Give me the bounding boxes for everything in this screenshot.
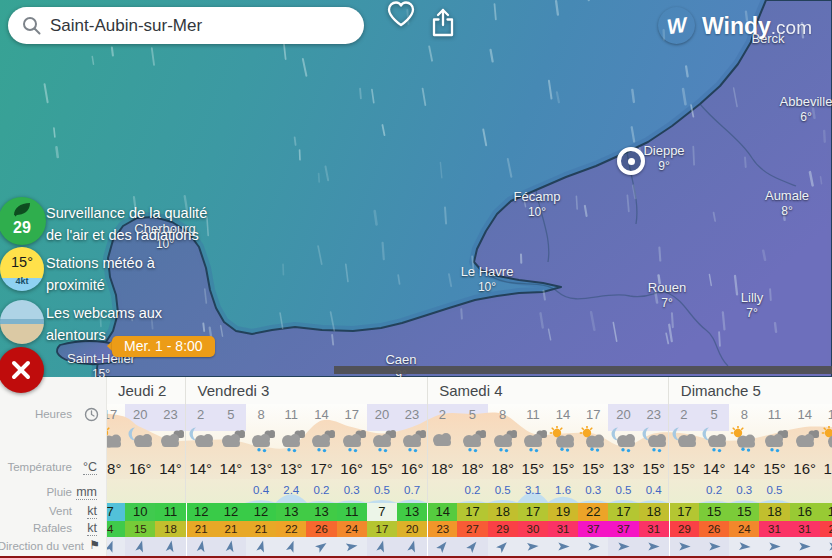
hour-cell[interactable]: 14 <box>548 404 578 425</box>
rain-unit-toggle[interactable]: mm <box>76 485 97 500</box>
city-temp: 10° <box>461 280 514 294</box>
rain-cell <box>125 480 155 500</box>
wind-cell: 17 <box>518 503 548 521</box>
direction-cell <box>427 537 457 556</box>
hour-cell[interactable]: 8 <box>488 404 518 425</box>
windy-logo-icon: W <box>658 7 695 44</box>
row-labels-panel: Heures Température °C Pluie mm Vent kt R… <box>0 377 107 558</box>
rain-icon <box>457 426 487 453</box>
row-label-temperature: Température <box>7 461 72 473</box>
direction-cell <box>759 537 789 556</box>
hour-cell[interactable]: 5 <box>699 404 729 425</box>
hour-cell[interactable]: 5 <box>457 404 487 425</box>
weather-icon-cell <box>337 426 367 453</box>
hour-cell[interactable]: 14 <box>790 404 820 425</box>
weather-icon-cell <box>820 426 832 453</box>
logo-name: Windy <box>702 13 771 39</box>
gust-cell: 31 <box>790 521 820 537</box>
hour-cell[interactable]: 11 <box>759 404 789 425</box>
hour-cell[interactable]: 2 <box>186 404 216 425</box>
rain-cell: 0.7 <box>397 480 427 500</box>
city-name: Fécamp <box>514 189 561 204</box>
direction-cell <box>186 537 216 556</box>
temperature-cell: 15° <box>578 456 608 482</box>
hour-cell[interactable]: 2 <box>669 404 699 425</box>
close-button[interactable] <box>0 347 44 393</box>
hour-cell[interactable]: 11 <box>276 404 306 425</box>
day-header[interactable]: Dimanche 5 <box>681 377 761 404</box>
weather-icon-cell <box>669 426 699 453</box>
wind-direction-arrow-icon <box>373 537 391 555</box>
quick-weather-stations-button[interactable]: 15° 4kt <box>0 247 44 291</box>
gust-cell: 31 <box>548 521 578 537</box>
rain-cell <box>820 480 832 500</box>
hour-cell[interactable]: 2 <box>427 404 457 425</box>
hour-cell[interactable]: 8 <box>246 404 276 425</box>
hour-cell[interactable]: 8 <box>729 404 759 425</box>
direction-cell <box>820 537 832 556</box>
row-label-rain: Pluie <box>46 486 72 498</box>
hour-cell[interactable]: 17 <box>820 404 832 425</box>
gust-cell: 21 <box>246 521 276 537</box>
direction-cell <box>669 537 699 556</box>
direction-cell <box>548 537 578 556</box>
wind-direction-arrow-icon <box>343 538 360 555</box>
city-label: Abbeville6° <box>780 94 832 124</box>
search-input[interactable]: Saint-Aubin-sur-Mer <box>8 7 364 44</box>
hour-cell[interactable]: 17 <box>337 404 367 425</box>
wind-direction-arrow-icon <box>222 538 239 555</box>
temperature-unit-toggle[interactable]: °C <box>83 460 97 475</box>
city-label: Dieppe9° <box>643 143 684 173</box>
weather-icon-cell <box>548 426 578 453</box>
city-temp: 7° <box>741 306 763 320</box>
rain-icon <box>337 426 367 453</box>
weather-icon-cell <box>790 426 820 453</box>
gust-cell: 29 <box>669 521 699 537</box>
gust-cell: 31 <box>759 521 789 537</box>
hour-cell[interactable]: 23 <box>155 404 185 425</box>
gust-cell: 27 <box>457 521 487 537</box>
temperature-cell: 16° <box>337 456 367 482</box>
hour-cell[interactable]: 14 <box>306 404 336 425</box>
quick-air-quality-button[interactable]: 29 <box>0 197 46 245</box>
wind-unit-toggle[interactable]: kt <box>87 504 97 519</box>
hour-cell[interactable]: 23 <box>397 404 427 425</box>
wind-direction-arrow-icon <box>646 539 661 554</box>
hour-cell[interactable]: 20 <box>367 404 397 425</box>
direction-cell <box>457 537 487 556</box>
rain-cell <box>790 480 820 500</box>
city-temp: 6° <box>780 110 832 124</box>
rain-icon <box>488 426 518 453</box>
rain-cell: 0.2 <box>699 480 729 500</box>
windy-logo[interactable]: W Windy.com <box>658 6 806 46</box>
city-label: Aumale8° <box>765 188 809 218</box>
moon-cloud-icon <box>186 426 216 453</box>
gust-cell: 29 <box>488 521 518 537</box>
wind-cell: 22 <box>578 503 608 521</box>
clouds-icon <box>155 426 185 453</box>
moon-cloud-icon <box>669 426 699 453</box>
rain-cell: 0.5 <box>608 480 638 500</box>
quick-webcams-button[interactable] <box>0 300 44 344</box>
timeline-scrubber[interactable] <box>334 366 832 374</box>
hour-cell[interactable]: 5 <box>216 404 246 425</box>
hour-cell[interactable]: 20 <box>125 404 155 425</box>
hour-cell[interactable]: 17 <box>578 404 608 425</box>
share-icon[interactable] <box>428 6 458 39</box>
direction-cell <box>276 537 306 556</box>
logo-tld: .com <box>771 17 812 38</box>
moon-rain-icon <box>639 426 669 453</box>
day-divider <box>668 377 669 503</box>
hour-cell[interactable]: 11 <box>518 404 548 425</box>
weather-map[interactable]: BerckAbbeville6°Dieppe9°Fécamp10°Le Havr… <box>0 0 832 377</box>
day-header[interactable]: Jeudi 2 <box>118 377 166 404</box>
day-header[interactable]: Vendredi 3 <box>198 377 270 404</box>
gusts-unit-toggle[interactable]: kt <box>87 521 97 536</box>
hour-cell[interactable]: 20 <box>608 404 638 425</box>
favorite-heart-icon[interactable] <box>386 0 416 29</box>
direction-cell <box>337 537 367 556</box>
gust-cell: 17 <box>367 521 397 537</box>
day-header[interactable]: Samedi 4 <box>439 377 502 404</box>
gust-cell: 22 <box>276 521 306 537</box>
hour-cell[interactable]: 23 <box>639 404 669 425</box>
